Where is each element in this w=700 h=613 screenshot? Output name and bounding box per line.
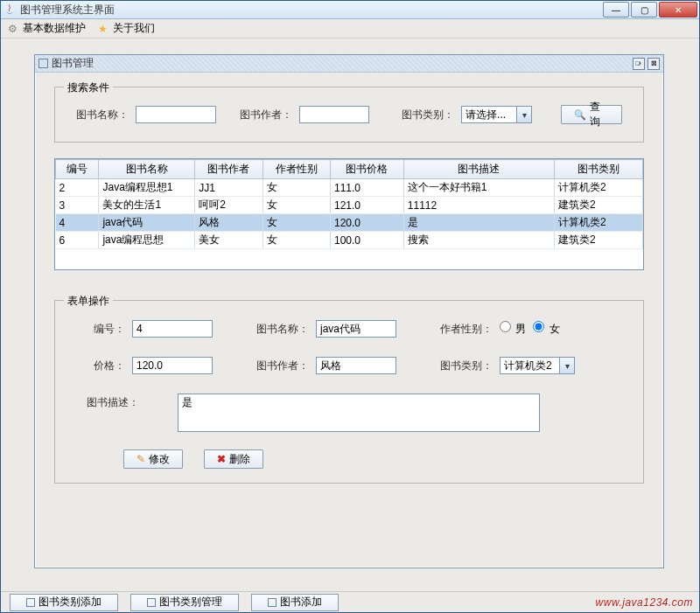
table-row[interactable]: 6java编程思想美女女100.0搜索建筑类2 xyxy=(56,232,643,249)
radio-female[interactable]: 女 xyxy=(533,321,559,337)
maximize-button[interactable] xyxy=(631,2,657,17)
chevron-down-icon xyxy=(516,107,531,122)
task-label: 图书添加 xyxy=(280,595,322,610)
form-id-label: 编号： xyxy=(81,322,125,337)
titlebar[interactable]: 图书管理系统主界面 xyxy=(1,1,699,19)
form-gender-label: 作者性别： xyxy=(440,322,493,337)
table-cell: 风格 xyxy=(195,214,262,232)
table-cell: 计算机类2 xyxy=(554,179,642,197)
search-icon: 🔍 xyxy=(574,109,586,121)
combo-value: 计算机类2 xyxy=(500,358,559,373)
table-cell: 111.0 xyxy=(330,179,403,197)
modify-button[interactable]: ✎ 修改 xyxy=(123,449,183,469)
col-header[interactable]: 图书类别 xyxy=(554,160,642,179)
window-title: 图书管理系统主界面 xyxy=(20,3,601,17)
table-cell: 3 xyxy=(56,197,99,214)
table-row[interactable]: 3美女的生活1呵呵2女121.011112建筑类2 xyxy=(56,197,643,214)
task-category-manage[interactable]: 图书类别管理 xyxy=(130,594,239,611)
form-group: 表单操作 编号： 图书名称： 作者性别： 男 女 价格： xyxy=(54,300,644,484)
table-cell: 是 xyxy=(403,214,554,232)
main-window: 图书管理系统主界面 ⚙ 基本数据维护 ★ 关于我们 图书管理 □↗ ⊠ xyxy=(0,0,700,613)
query-button[interactable]: 🔍 查询 xyxy=(561,105,622,124)
search-name-label: 图书名称： xyxy=(76,108,129,122)
table-cell: 计算机类2 xyxy=(554,214,642,232)
frame-icon xyxy=(147,598,156,607)
table-cell: 女 xyxy=(262,197,330,214)
search-author-input[interactable] xyxy=(299,106,369,123)
table-cell: JJ1 xyxy=(195,179,262,197)
internal-titlebar[interactable]: 图书管理 □↗ ⊠ xyxy=(35,55,663,73)
table-cell: java编程思想 xyxy=(99,232,195,249)
col-header[interactable]: 图书名称 xyxy=(99,160,195,179)
close-button[interactable] xyxy=(659,2,697,17)
internal-title: 图书管理 xyxy=(52,56,630,71)
radio-male[interactable]: 男 xyxy=(500,321,526,337)
table-row[interactable]: 4java代码风格女120.0是计算机类2 xyxy=(56,214,643,232)
table-cell: 女 xyxy=(262,179,330,197)
internal-maximize-button[interactable]: □↗ xyxy=(633,58,645,70)
x-icon: ✖ xyxy=(217,453,226,465)
task-label: 图书类别添加 xyxy=(38,595,102,610)
search-category-combo[interactable]: 请选择... xyxy=(461,106,532,123)
form-id-input[interactable] xyxy=(132,320,213,338)
search-category-label: 图书类别： xyxy=(402,108,454,122)
col-header[interactable]: 图书描述 xyxy=(403,160,554,179)
book-table[interactable]: 编号图书名称图书作者作者性别图书价格图书描述图书类别 2Java编程思想1JJ1… xyxy=(54,158,644,270)
star-icon: ★ xyxy=(98,23,110,35)
internal-frame-book-manage: 图书管理 □↗ ⊠ 搜索条件 图书名称： 图书作者： 图书类别： xyxy=(34,54,664,568)
col-header[interactable]: 编号 xyxy=(56,160,99,179)
table-cell: 建筑类2 xyxy=(554,197,642,214)
table-cell: 100.0 xyxy=(330,232,403,249)
table-cell: 建筑类2 xyxy=(554,232,642,249)
search-author-label: 图书作者： xyxy=(240,108,292,122)
chevron-down-icon xyxy=(559,358,574,373)
internal-body: 搜索条件 图书名称： 图书作者： 图书类别： 请选择... xyxy=(35,73,663,568)
form-desc-label: 图书描述： xyxy=(81,394,139,410)
form-legend: 表单操作 xyxy=(64,294,113,309)
search-group: 搜索条件 图书名称： 图书作者： 图书类别： 请选择... xyxy=(54,87,644,143)
table-cell: java代码 xyxy=(99,214,195,232)
table-cell: Java编程思想1 xyxy=(99,179,195,197)
form-author-input[interactable] xyxy=(316,357,396,374)
table-cell: 6 xyxy=(56,232,99,249)
frame-icon xyxy=(38,59,48,68)
pencil-icon: ✎ xyxy=(136,453,145,465)
menu-label: 关于我们 xyxy=(113,21,155,36)
col-header[interactable]: 图书作者 xyxy=(195,160,262,179)
internal-close-button[interactable]: ⊠ xyxy=(648,58,660,70)
form-desc-input[interactable] xyxy=(178,394,540,432)
modify-button-label: 修改 xyxy=(149,452,170,467)
form-category-combo[interactable]: 计算机类2 xyxy=(500,357,575,374)
frame-icon xyxy=(268,598,276,607)
menu-basic-maintenance[interactable]: ⚙ 基本数据维护 xyxy=(8,21,86,36)
task-book-add[interactable]: 图书添加 xyxy=(251,594,339,611)
menu-label: 基本数据维护 xyxy=(23,21,86,36)
table-cell: 这个一本好书籍1 xyxy=(403,179,554,197)
table-cell: 女 xyxy=(262,214,330,232)
menu-about-us[interactable]: ★ 关于我们 xyxy=(98,21,155,36)
col-header[interactable]: 作者性别 xyxy=(262,160,330,179)
java-icon xyxy=(3,3,17,17)
form-name-input[interactable] xyxy=(316,320,396,338)
form-category-label: 图书类别： xyxy=(440,359,493,373)
table-row[interactable]: 2Java编程思想1JJ1女111.0这个一本好书籍1计算机类2 xyxy=(56,179,643,197)
form-name-label: 图书名称： xyxy=(256,322,309,337)
query-button-label: 查询 xyxy=(590,100,609,129)
mdi-desktop: 图书管理 □↗ ⊠ 搜索条件 图书名称： 图书作者： 图书类别： xyxy=(1,38,699,591)
table-cell: 搜索 xyxy=(403,232,554,249)
task-category-add[interactable]: 图书类别添加 xyxy=(10,594,118,611)
table-cell: 4 xyxy=(56,214,99,232)
minimize-button[interactable] xyxy=(603,2,629,17)
form-price-label: 价格： xyxy=(81,359,125,373)
search-name-input[interactable] xyxy=(136,106,216,123)
frame-icon xyxy=(26,598,35,607)
form-price-input[interactable] xyxy=(132,357,213,374)
col-header[interactable]: 图书价格 xyxy=(330,160,403,179)
taskbar: 图书类别添加 图书类别管理 图书添加 xyxy=(1,591,699,612)
gear-icon: ⚙ xyxy=(8,23,20,35)
menubar: ⚙ 基本数据维护 ★ 关于我们 xyxy=(1,19,699,38)
table-cell: 11112 xyxy=(403,197,554,214)
delete-button[interactable]: ✖ 删除 xyxy=(204,449,263,469)
table-cell: 121.0 xyxy=(330,197,403,214)
table-cell: 美女 xyxy=(195,232,262,249)
